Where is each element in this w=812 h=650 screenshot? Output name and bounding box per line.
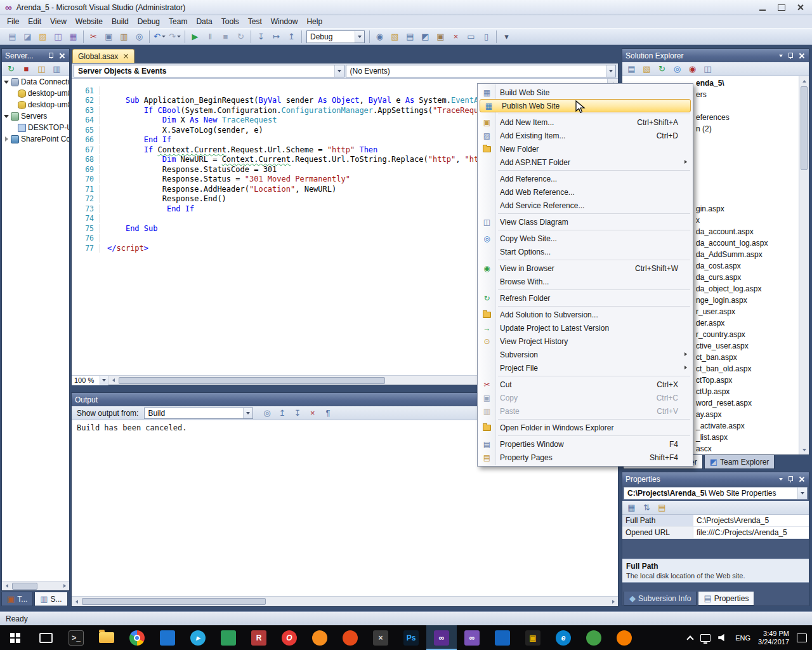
- save-all-icon[interactable]: ▦: [66, 30, 81, 44]
- green-circle-app[interactable]: [579, 625, 609, 650]
- chevron-down-icon[interactable]: [606, 65, 615, 77]
- menu-item-add-solution-to-subversion[interactable]: Add Solution to Subversion...: [478, 308, 692, 321]
- server-explorer-hscrollbar[interactable]: [2, 581, 69, 590]
- menu-item-add-new-item[interactable]: ▣Add New Item...Ctrl+Shift+A: [478, 116, 692, 129]
- firefox-browser-app[interactable]: [304, 625, 335, 650]
- scrollbar-thumb[interactable]: [119, 377, 385, 384]
- stop-debug-icon[interactable]: ■: [218, 30, 233, 44]
- properties-object-dropdown[interactable]: C:\Projects\Arenda_5\ Web Site Propertie…: [624, 487, 808, 500]
- scroll-down-icon[interactable]: [799, 445, 809, 454]
- chevron-down-icon[interactable]: [779, 478, 783, 481]
- menubar-item-debug[interactable]: Debug: [133, 15, 164, 28]
- expander-closed-icon[interactable]: [3, 136, 10, 142]
- break-all-icon[interactable]: ‖: [203, 30, 218, 44]
- scroll-left-icon[interactable]: [108, 376, 118, 385]
- command-window-icon[interactable]: ▯: [479, 30, 494, 44]
- property-pages-icon[interactable]: ▤: [655, 501, 669, 514]
- categorized-icon[interactable]: ▦: [625, 501, 638, 514]
- chevron-down-icon[interactable]: [100, 376, 108, 385]
- expander-open-icon[interactable]: [3, 79, 10, 85]
- close-icon[interactable]: [58, 53, 65, 59]
- tab-properties[interactable]: ▤Properties: [698, 592, 754, 606]
- pin-icon[interactable]: [787, 475, 794, 483]
- green-app[interactable]: [213, 625, 244, 650]
- step-into-icon[interactable]: ↧: [254, 30, 268, 44]
- immediate-window-icon[interactable]: ▭: [464, 30, 478, 44]
- output-horizontal-scrollbar[interactable]: [72, 596, 618, 606]
- edge-browser-app[interactable]: e: [548, 625, 579, 650]
- refresh-icon[interactable]: ↻: [4, 63, 18, 76]
- menu-item-update-project-to-latest-version[interactable]: →Update Project to Latest Version: [478, 321, 692, 335]
- object-browser-icon[interactable]: ◩: [418, 30, 433, 44]
- goto-next-message-icon[interactable]: ↧: [291, 407, 304, 420]
- orange-circle-app[interactable]: [609, 625, 639, 650]
- scroll-right-icon[interactable]: [60, 581, 69, 591]
- chevron-down-icon[interactable]: [797, 488, 807, 499]
- file-explorer-app[interactable]: [91, 625, 122, 650]
- menu-item-refresh-folder[interactable]: ↻Refresh Folder: [478, 291, 692, 305]
- clock[interactable]: 3:49 PM 3/24/2017: [758, 630, 789, 646]
- menu-item-project-file[interactable]: Project File: [478, 361, 692, 375]
- pin-icon[interactable]: [787, 52, 794, 60]
- media-player-app[interactable]: ▣: [518, 625, 548, 650]
- scrollbar-thumb[interactable]: [801, 86, 808, 170]
- menubar-item-edit[interactable]: Edit: [23, 15, 46, 28]
- menubar-item-window[interactable]: Window: [266, 15, 303, 28]
- menu-item-view-project-history[interactable]: ⊙View Project History: [478, 335, 692, 348]
- tab-t[interactable]: ▣T...: [1, 592, 33, 606]
- view-class-diagram-icon[interactable]: ◫: [701, 63, 714, 76]
- chrome-browser-app[interactable]: [122, 625, 152, 650]
- solution-explorer-icon[interactable]: ▧: [388, 30, 402, 44]
- redo-icon[interactable]: ↷: [167, 30, 182, 44]
- output-source-dropdown[interactable]: Build: [144, 408, 253, 419]
- minimize-button[interactable]: [754, 1, 771, 13]
- close-icon[interactable]: [798, 53, 804, 59]
- menubar-item-help[interactable]: Help: [302, 15, 327, 28]
- server-explorer-item-desktop-um8s[interactable]: desktop-um8s: [2, 88, 69, 99]
- menubar-item-team[interactable]: Team: [164, 15, 192, 28]
- save-icon[interactable]: ◫: [51, 30, 65, 44]
- toggle-word-wrap-icon[interactable]: ¶: [321, 407, 334, 420]
- start-button[interactable]: [0, 625, 30, 650]
- start-debug-icon[interactable]: ▶: [188, 30, 202, 44]
- close-tab-icon[interactable]: [123, 53, 129, 59]
- restart-icon[interactable]: ↻: [233, 30, 248, 44]
- connect-database-icon[interactable]: ◫: [35, 63, 48, 76]
- tray-overflow-icon[interactable]: [687, 635, 694, 642]
- menu-item-view-class-diagram[interactable]: ◫View Class Diagram: [478, 215, 692, 229]
- menubar-item-data[interactable]: Data: [192, 15, 216, 28]
- menu-item-cut[interactable]: ✂CutCtrl+X: [478, 378, 692, 391]
- menubar-item-test[interactable]: Test: [244, 15, 266, 28]
- scroll-right-icon[interactable]: [608, 597, 618, 606]
- error-list-icon[interactable]: ×: [449, 30, 463, 44]
- menu-item-copy[interactable]: ▣CopyCtrl+C: [478, 391, 692, 404]
- chevron-down-icon[interactable]: [243, 408, 252, 418]
- goto-previous-message-icon[interactable]: ↥: [275, 407, 289, 420]
- show-all-files-icon[interactable]: ▧: [640, 63, 653, 76]
- tab-subversion-info[interactable]: ◆Subversion Info: [624, 592, 697, 606]
- property-row-opened-url[interactable]: Opened URLfile:///C:/Projects/Arenda_5: [622, 527, 809, 539]
- scroll-up-icon[interactable]: [799, 76, 809, 86]
- network-icon[interactable]: [700, 634, 710, 642]
- chevron-down-icon[interactable]: [355, 31, 364, 43]
- refresh-icon[interactable]: ↻: [655, 63, 669, 76]
- menu-item-view-in-browser[interactable]: ◉View in BrowserCtrl+Shift+W: [478, 262, 692, 275]
- scroll-left-icon[interactable]: [2, 581, 11, 591]
- task-view-button[interactable]: [30, 625, 61, 650]
- property-row-full-path[interactable]: Full PathC:\Projects\Arenda_5: [622, 515, 809, 527]
- server-explorer-item-servers[interactable]: Servers: [2, 110, 69, 122]
- server-explorer-item-data-connections[interactable]: Data Connections: [2, 76, 69, 88]
- tools-app[interactable]: ×: [365, 625, 396, 650]
- menubar-item-website[interactable]: Website: [71, 15, 107, 28]
- server-explorer-item-desktop-um[interactable]: DESKTOP-UM: [2, 122, 69, 133]
- visual-studio-2-app[interactable]: ∞: [457, 625, 487, 650]
- add-item-icon[interactable]: ◪: [20, 30, 35, 44]
- scrollbar-thumb[interactable]: [12, 583, 37, 590]
- chevron-down-icon[interactable]: [334, 65, 344, 77]
- properties-icon[interactable]: ▤: [625, 63, 638, 76]
- photos-app[interactable]: [152, 625, 183, 650]
- tab-team-explorer[interactable]: ◩Team Explorer: [704, 455, 775, 469]
- close-icon[interactable]: [798, 476, 804, 482]
- flame-app[interactable]: [335, 625, 365, 650]
- find-message-icon[interactable]: ◎: [260, 407, 273, 420]
